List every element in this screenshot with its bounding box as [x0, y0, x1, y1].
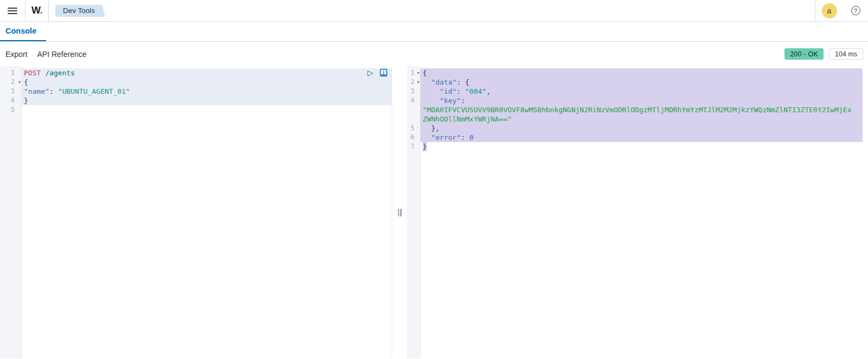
latency-badge: 104 ms	[829, 48, 863, 60]
code-line[interactable]: "name": "UBUNTU_AGENT_01"	[22, 87, 392, 96]
pane-resizer[interactable]	[392, 66, 407, 358]
line-number: 6	[407, 133, 420, 142]
help-button[interactable]: ?	[843, 0, 868, 21]
line-number: 5	[0, 105, 21, 114]
fold-arrow-icon[interactable]: ▾	[18, 78, 21, 87]
code-line[interactable]: }	[420, 142, 863, 151]
code-line[interactable]: "key":	[420, 96, 863, 105]
code-line[interactable]: ZWNhODllNmMxYWRjNA=="	[420, 114, 863, 124]
line-number: 3	[407, 87, 420, 96]
line-number: 3	[0, 87, 21, 96]
header-spacer	[100, 0, 815, 21]
resizer-grip-icon	[398, 209, 401, 216]
fold-arrow-icon[interactable]: ▾	[417, 68, 419, 78]
code-line[interactable]: "MDA0IFVCVU5UVV9BR0VOVF8wMSBhbnkgNGNjN2R…	[420, 105, 863, 114]
line-number: 2▾	[407, 78, 420, 87]
code-line[interactable]	[22, 105, 392, 114]
line-number: 1	[0, 68, 21, 78]
help-icon: ?	[851, 6, 860, 15]
request-editor[interactable]: 12▾345 ▷ POST /agents{"name": "UBUNTU_AG…	[0, 66, 392, 358]
menu-button[interactable]	[0, 0, 25, 21]
code-line[interactable]: },	[420, 124, 863, 133]
console-editors: 12▾345 ▷ POST /agents{"name": "UBUNTU_AG…	[0, 66, 868, 358]
line-number: 5	[407, 124, 420, 133]
send-request-button[interactable]: ▷	[367, 69, 373, 76]
line-number	[407, 105, 420, 114]
code-line[interactable]: POST /agents	[22, 68, 392, 78]
request-code-area[interactable]: ▷ POST /agents{"name": "UBUNTU_AGENT_01"…	[22, 66, 392, 358]
line-number: 1▾	[407, 68, 420, 78]
code-line[interactable]: }	[22, 96, 392, 105]
avatar: a	[822, 3, 837, 18]
response-code-area[interactable]: { "data": { "id": "004", "key":"MDA0IFVC…	[420, 66, 868, 358]
code-line[interactable]: "id": "004",	[420, 87, 863, 96]
line-number: 7	[407, 142, 420, 151]
line-number: 2▾	[0, 78, 21, 87]
export-button[interactable]: Export	[5, 50, 27, 59]
request-actions: ▷	[367, 69, 387, 76]
tab-bar: Console	[0, 22, 868, 42]
fold-arrow-icon[interactable]: ▾	[417, 78, 419, 87]
code-line[interactable]: "data": {	[420, 78, 863, 87]
toolbar: Export API Reference 200 - OK 104 ms	[0, 42, 868, 66]
line-number	[407, 114, 420, 124]
app-logo[interactable]: W.	[25, 0, 48, 21]
code-line[interactable]: "error": 0	[420, 133, 863, 142]
line-number: 4	[407, 96, 420, 105]
tab-console[interactable]: Console	[0, 22, 46, 41]
code-line[interactable]: {	[420, 68, 863, 78]
logo-text: W.	[31, 5, 42, 16]
logo-dot: .	[40, 5, 42, 16]
header-divider	[48, 0, 49, 21]
response-gutter: 1▾2▾34567	[407, 66, 420, 358]
user-menu-button[interactable]: a	[815, 0, 843, 21]
code-line[interactable]: {	[22, 78, 392, 87]
breadcrumb-dev-tools[interactable]: Dev Tools	[55, 5, 100, 17]
documentation-button[interactable]	[380, 69, 387, 76]
documentation-icon	[380, 69, 387, 76]
line-number: 4	[0, 96, 21, 105]
api-reference-button[interactable]: API Reference	[37, 50, 86, 59]
status-badge: 200 - OK	[784, 48, 824, 60]
app-header: W. Dev Tools a ?	[0, 0, 868, 22]
request-gutter: 12▾345	[0, 66, 22, 358]
hamburger-icon	[8, 8, 17, 14]
response-editor[interactable]: 1▾2▾34567 { "data": { "id": "004", "key"…	[407, 66, 868, 358]
